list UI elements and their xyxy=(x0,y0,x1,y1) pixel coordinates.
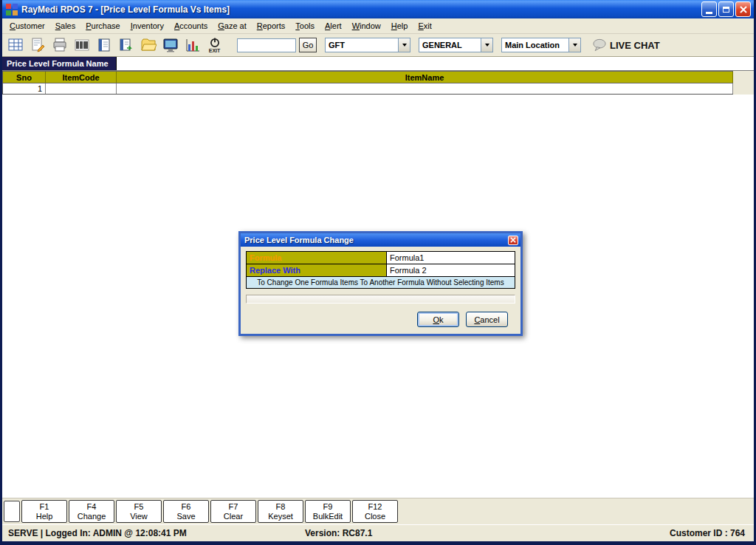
formula-value-input[interactable]: Formula1 xyxy=(387,252,515,264)
cancel-button[interactable]: Cancel xyxy=(466,312,508,327)
menu-item-exit[interactable]: Exit xyxy=(413,19,436,32)
menu-item-alert[interactable]: Alert xyxy=(320,19,347,32)
ledger-transfer-icon[interactable] xyxy=(116,35,136,55)
search-input[interactable] xyxy=(237,38,296,52)
dialog-body: Formula Formula1 Replace With Formula 2 … xyxy=(241,247,520,334)
menu-item-window[interactable]: Window xyxy=(347,19,386,32)
close-icon xyxy=(510,237,516,243)
status-logged-in: SERVE | Logged In: ADMIN @ 12:08:41 PM xyxy=(2,528,187,538)
cell-itemcode[interactable] xyxy=(46,83,117,94)
print-icon[interactable] xyxy=(49,35,69,55)
menu-item-tools[interactable]: Tools xyxy=(290,19,320,32)
live-chat-label: LIVE CHAT xyxy=(610,40,660,51)
items-grid: Sno ItemCode ItemName 1 xyxy=(2,71,733,95)
app-logo-icon xyxy=(6,4,18,16)
minimize-button[interactable] xyxy=(701,1,717,17)
price-level-formula-change-dialog: Price Level Formula Change Formula Formu… xyxy=(238,231,523,336)
fkey-f7-clear[interactable]: F7Clear xyxy=(210,500,256,523)
company-select[interactable]: GFT xyxy=(325,38,410,52)
progress-track xyxy=(246,295,515,304)
menu-item-reports[interactable]: Reports xyxy=(252,19,291,32)
tab-row: Price Level Formula Name xyxy=(2,57,754,71)
col-header-itemcode[interactable]: ItemCode xyxy=(46,72,117,83)
toolbar: EXIT Go GFT GENERAL Main Location LIVE C… xyxy=(2,34,754,57)
exit-caption: EXIT xyxy=(209,49,221,53)
col-header-itemname[interactable]: ItemName xyxy=(117,72,733,83)
ok-button[interactable]: Ok xyxy=(417,312,459,327)
dialog-close-button[interactable] xyxy=(508,236,518,245)
power-exit-icon[interactable]: EXIT xyxy=(205,35,224,55)
ledger-icon[interactable] xyxy=(94,35,114,55)
menu-item-accounts[interactable]: Accounts xyxy=(169,19,213,32)
replace-with-value-input[interactable]: Formula 2 xyxy=(387,264,515,276)
minimize-icon xyxy=(706,12,712,14)
function-key-bar: F1Help F4Change F5View F6Save F7Clear F8… xyxy=(2,498,754,524)
category-select-value: GENERAL xyxy=(419,41,481,49)
fkey-blank-button[interactable] xyxy=(4,501,20,522)
fkey-f12-close[interactable]: F12Close xyxy=(352,500,398,523)
menu-item-gaze-at[interactable]: Gaze at xyxy=(213,19,252,32)
go-button[interactable]: Go xyxy=(299,38,317,52)
chevron-down-icon[interactable] xyxy=(481,38,492,52)
dialog-title-bar: Price Level Formula Change xyxy=(241,233,520,247)
display-icon[interactable] xyxy=(160,35,180,55)
location-select-value: Main Location xyxy=(502,41,568,49)
maximize-button[interactable] xyxy=(718,1,734,17)
chevron-down-icon[interactable] xyxy=(398,38,410,52)
menu-item-inventory[interactable]: Inventory xyxy=(126,19,169,32)
location-select[interactable]: Main Location xyxy=(501,38,581,52)
table-row[interactable]: 1 xyxy=(3,83,733,95)
menu-bar: Customer Sales Purchase Inventory Accoun… xyxy=(2,18,754,34)
spreadsheet-icon[interactable] xyxy=(5,35,25,55)
bar-chart-icon[interactable] xyxy=(182,35,202,55)
status-customer-id: Customer ID : 764 xyxy=(670,528,745,538)
grid-header-row: Sno ItemCode ItemName xyxy=(3,71,733,83)
open-folder-icon[interactable] xyxy=(138,35,158,55)
title-bar: RayMedi RPOS 7 - [Price Level Formula Vs… xyxy=(2,0,754,18)
menu-item-purchase[interactable]: Purchase xyxy=(80,19,125,32)
cell-sno[interactable]: 1 xyxy=(3,83,46,94)
category-select[interactable]: GENERAL xyxy=(419,38,493,52)
chat-bubble-icon xyxy=(592,38,607,52)
cell-itemname[interactable] xyxy=(117,83,733,94)
replace-with-label: Replace With xyxy=(247,264,387,276)
col-header-sno[interactable]: Sno xyxy=(3,72,46,83)
fkey-f9-bulkedit[interactable]: F9BulkEdit xyxy=(305,500,351,523)
tab-price-level-formula-name[interactable]: Price Level Formula Name xyxy=(2,57,117,70)
dialog-field-grid: Formula Formula1 Replace With Formula 2 … xyxy=(246,251,515,289)
fkey-f1-help[interactable]: F1Help xyxy=(21,500,67,523)
app-window: RayMedi RPOS 7 - [Price Level Formula Vs… xyxy=(0,0,756,545)
fkey-f5-view[interactable]: F5View xyxy=(116,500,162,523)
status-bar: SERVE | Logged In: ADMIN @ 12:08:41 PM V… xyxy=(2,524,754,541)
dialog-buttons: Ok Cancel xyxy=(246,312,515,327)
menu-item-help[interactable]: Help xyxy=(386,19,413,32)
formula-label: Formula xyxy=(247,252,387,264)
fkey-f6-save[interactable]: F6Save xyxy=(163,500,209,523)
fkey-f8-keyset[interactable]: F8Keyset xyxy=(258,500,303,523)
live-chat-button[interactable]: LIVE CHAT xyxy=(592,38,660,52)
maximize-icon xyxy=(723,7,729,13)
status-version: Version: RC87.1 xyxy=(305,528,372,538)
dialog-note: To Change One Formula Items To Another F… xyxy=(247,277,515,288)
chevron-down-icon[interactable] xyxy=(568,38,580,52)
fkey-f4-change[interactable]: F4Change xyxy=(69,500,114,523)
formula-field-row: Formula Formula1 xyxy=(247,252,515,264)
menu-item-sales[interactable]: Sales xyxy=(50,19,81,32)
menu-item-customer[interactable]: Customer xyxy=(4,19,50,32)
replace-with-field-row: Replace With Formula 2 xyxy=(247,264,515,277)
close-button[interactable] xyxy=(735,1,751,17)
dialog-title: Price Level Formula Change xyxy=(244,236,508,244)
barcode-icon[interactable] xyxy=(72,35,92,55)
window-title: RayMedi RPOS 7 - [Price Level Formula Vs… xyxy=(21,4,700,15)
company-select-value: GFT xyxy=(326,41,398,49)
close-icon xyxy=(740,6,747,13)
edit-document-icon[interactable] xyxy=(27,35,47,55)
